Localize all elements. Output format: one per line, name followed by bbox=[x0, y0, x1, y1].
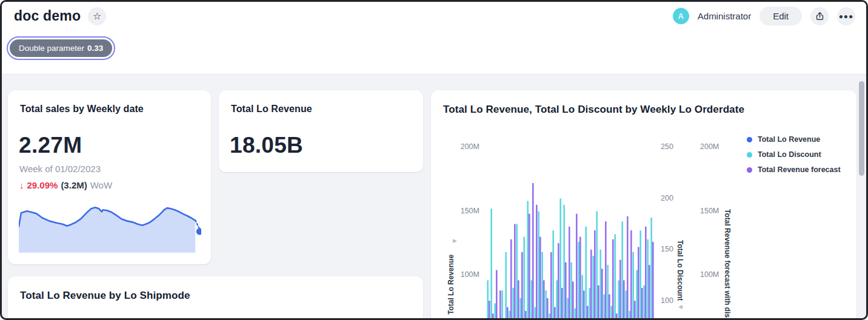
delta-absolute: (3.2M) bbox=[61, 180, 87, 190]
axis-tick-label: 150M bbox=[458, 207, 479, 215]
ellipsis-icon: ●●● bbox=[839, 12, 854, 21]
more-button[interactable]: ●●● bbox=[837, 7, 855, 25]
card-shipmode[interactable]: Total Lo Revenue by Lo Shipmode bbox=[8, 276, 423, 320]
axis-tick-label: 200 bbox=[661, 194, 679, 202]
axis-pager-left-icon[interactable]: ◀ bbox=[678, 304, 683, 310]
legend-label: Total Revenue forecast bbox=[758, 165, 841, 174]
axis-tick-label: 250 bbox=[661, 142, 679, 151]
axis-pager-right-icon[interactable]: ▶ bbox=[453, 238, 457, 244]
delta-period: WoW bbox=[90, 180, 112, 190]
legend-label: Total Lo Revenue bbox=[758, 135, 820, 144]
axis-tick-label: 200M bbox=[458, 142, 479, 151]
star-icon: ☆ bbox=[93, 10, 101, 22]
axis-tick-label: 100M bbox=[700, 270, 723, 279]
vertical-scrollbar-thumb[interactable] bbox=[859, 81, 864, 176]
header: doc demo ☆ A Administrator Edit ●●● bbox=[2, 2, 866, 75]
y-axis-title-revenue: Total Lo Revenue bbox=[447, 247, 455, 315]
legend-dot-icon bbox=[747, 167, 752, 173]
kpi-delta: ↓ 29.09% (3.2M) WoW bbox=[8, 174, 211, 190]
parameter-value: 0.33 bbox=[87, 44, 103, 53]
card-title: Total sales by Weekly date bbox=[8, 90, 211, 115]
kpi-value: 18.05B bbox=[219, 115, 423, 158]
combo-bars-svg bbox=[487, 90, 654, 320]
y-axis-title-discount: Total Lo Discount bbox=[676, 240, 684, 301]
favorite-star-button[interactable]: ☆ bbox=[88, 7, 106, 25]
card-title: Total Lo Revenue by Lo Shipmode bbox=[8, 276, 423, 302]
delta-percent: 29.09% bbox=[27, 180, 58, 190]
double-parameter-chip[interactable]: Double parameter 0.33 bbox=[7, 36, 115, 60]
dashboard-content: Total sales by Weekly date 2.27M Week of… bbox=[2, 75, 866, 318]
legend-label: Total Lo Discount bbox=[758, 150, 821, 159]
legend-item[interactable]: Total Lo Discount bbox=[747, 150, 841, 159]
down-arrow-icon: ↓ bbox=[19, 180, 24, 190]
card-total-sales[interactable]: Total sales by Weekly date 2.27M Week of… bbox=[8, 90, 211, 264]
legend-dot-icon bbox=[747, 137, 752, 142]
page-title: doc demo bbox=[14, 8, 81, 24]
user-name: Administrator bbox=[698, 11, 751, 21]
axis-tick-label: 200M bbox=[700, 142, 723, 151]
share-button[interactable] bbox=[810, 7, 829, 25]
kpi-subtitle: Week of 01/02/2023 bbox=[8, 158, 211, 174]
parameter-label: Double parameter bbox=[19, 44, 84, 53]
card-total-lo-revenue[interactable]: Total Lo Revenue 18.05B bbox=[219, 90, 423, 172]
kpi-value: 2.27M bbox=[8, 115, 211, 158]
y-axis-title-forecast: Total Revenue forecast with dis bbox=[723, 209, 732, 320]
app-window: doc demo ☆ A Administrator Edit ●●● bbox=[0, 0, 868, 320]
axis-tick-label: 100M bbox=[458, 270, 479, 279]
edit-button[interactable]: Edit bbox=[760, 7, 802, 25]
card-combo-chart[interactable]: Total Lo Revenue, Total Lo Discount by W… bbox=[431, 90, 856, 320]
legend-dot-icon bbox=[747, 152, 752, 158]
legend-item[interactable]: Total Revenue forecast bbox=[747, 165, 841, 174]
avatar[interactable]: A bbox=[673, 8, 689, 24]
sales-sparkline bbox=[19, 203, 201, 260]
card-title: Total Lo Revenue bbox=[219, 90, 423, 115]
chart-legend: Total Lo RevenueTotal Lo DiscountTotal R… bbox=[747, 135, 841, 174]
axis-tick-label: 150M bbox=[700, 207, 723, 215]
legend-item[interactable]: Total Lo Revenue bbox=[747, 135, 841, 144]
share-icon bbox=[815, 11, 825, 21]
